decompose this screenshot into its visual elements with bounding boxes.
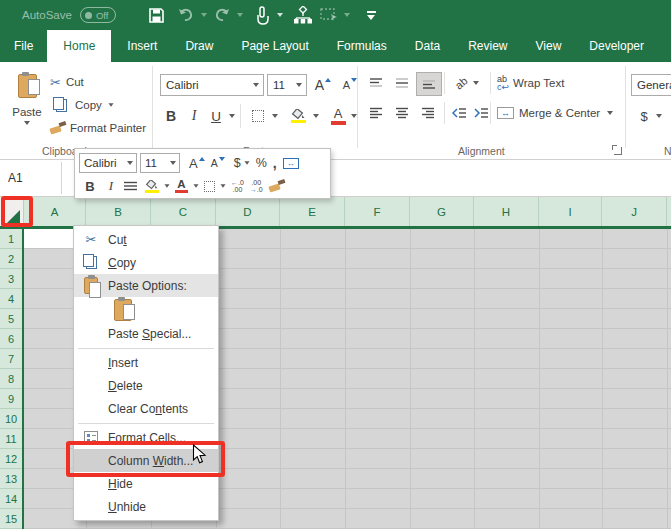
tab-file[interactable]: File	[0, 30, 47, 62]
row-header-8[interactable]: 8	[0, 369, 22, 389]
column-header-b[interactable]: B	[86, 197, 151, 226]
mini-fill-color-button[interactable]	[142, 176, 162, 196]
row-header-9[interactable]: 9	[0, 389, 22, 409]
align-right-button[interactable]	[416, 102, 440, 124]
top-align-button[interactable]	[364, 72, 388, 94]
mini-italic-button[interactable]: I	[101, 176, 121, 196]
mini-format-painter-button[interactable]	[266, 176, 288, 196]
align-left-button[interactable]	[364, 102, 388, 124]
menu-item-insert[interactable]: Insert	[74, 351, 218, 374]
row-header-12[interactable]: 12	[0, 449, 22, 469]
redo-dropdown-icon[interactable]	[237, 13, 243, 17]
underline-dropdown-icon[interactable]	[229, 114, 235, 118]
tab-view[interactable]: View	[522, 30, 576, 62]
touch-mode-dropdown-icon[interactable]	[277, 13, 283, 17]
orientation-button[interactable]: ab	[450, 72, 484, 94]
row-header-15[interactable]: 15	[0, 509, 22, 529]
mini-font-name-combo[interactable]: Calibri	[79, 153, 137, 173]
accounting-dropdown-icon[interactable]	[656, 114, 662, 118]
column-header-d[interactable]: D	[216, 197, 280, 226]
hierarchy-chart-icon[interactable]	[293, 4, 313, 26]
middle-align-button[interactable]	[390, 72, 414, 94]
decrease-indent-button[interactable]	[449, 102, 469, 124]
wrap-text-button[interactable]: abc↩ Wrap Text	[497, 72, 564, 94]
font-color-dropdown-icon[interactable]	[351, 114, 357, 118]
column-header-h[interactable]: H	[474, 197, 539, 226]
merge-center-button[interactable]: ↔ Merge & Center	[497, 102, 613, 124]
increase-indent-button[interactable]	[471, 102, 491, 124]
alignment-dialog-launcher-icon[interactable]	[614, 147, 622, 155]
menu-item-delete[interactable]: Delete	[74, 374, 218, 397]
mini-increase-decimal-button[interactable]: ←.0.00	[228, 176, 247, 196]
number-format-combo[interactable]: General	[631, 74, 671, 96]
paste-button[interactable]: Paste	[6, 68, 48, 142]
tab-developer[interactable]: Developer	[575, 30, 658, 62]
tab-formulas[interactable]: Formulas	[323, 30, 401, 62]
merge-center-dropdown-icon[interactable]	[607, 111, 613, 115]
menu-item-cut[interactable]: ✂ Cut	[74, 228, 218, 251]
mini-increase-font-button[interactable]: A	[186, 153, 208, 173]
select-objects-icon[interactable]	[319, 4, 339, 26]
tab-home[interactable]: Home	[47, 30, 111, 62]
row-header-1[interactable]: 1	[0, 229, 22, 249]
menu-item-unhide[interactable]: Unhide	[74, 495, 218, 518]
column-header-j[interactable]: J	[602, 197, 667, 226]
format-painter-button[interactable]: Format Painter	[50, 118, 146, 138]
cut-button[interactable]: ✂ Cut	[50, 72, 84, 92]
undo-dropdown-icon[interactable]	[201, 13, 207, 17]
column-header-g[interactable]: G	[410, 197, 474, 226]
redo-icon[interactable]	[212, 4, 232, 26]
mini-decrease-font-button[interactable]: A	[208, 153, 228, 173]
fill-color-button[interactable]	[286, 104, 310, 128]
menu-item-paste-special[interactable]: Paste Special...	[74, 322, 218, 345]
column-header-c[interactable]: C	[151, 197, 216, 226]
menu-item-paste-options[interactable]: Paste Options:	[74, 274, 218, 297]
mini-font-size-combo[interactable]: 11	[140, 153, 180, 173]
align-center-button[interactable]	[390, 102, 414, 124]
row-header-7[interactable]: 7	[0, 349, 22, 369]
menu-item-copy[interactable]: Copy	[74, 251, 218, 274]
save-icon[interactable]	[146, 4, 166, 26]
italic-button[interactable]: I	[185, 104, 203, 128]
mini-font-color-button[interactable]: A	[172, 176, 191, 196]
bold-button[interactable]: B	[160, 104, 182, 128]
row-header-10[interactable]: 10	[0, 409, 22, 429]
mini-fill-dropdown-icon[interactable]	[164, 184, 169, 187]
tab-insert[interactable]: Insert	[113, 30, 171, 62]
mini-accounting-button[interactable]: $	[231, 153, 253, 173]
name-box[interactable]: A1	[0, 162, 62, 194]
row-header-11[interactable]: 11	[0, 429, 22, 449]
mini-font-color-dropdown-icon[interactable]	[193, 184, 198, 187]
row-header-3[interactable]: 3	[0, 269, 22, 289]
increase-font-size-button[interactable]: A	[311, 74, 335, 96]
tab-page-layout[interactable]: Page Layout	[227, 30, 322, 62]
font-color-button[interactable]: A	[327, 104, 349, 128]
mini-bold-button[interactable]: B	[79, 176, 101, 196]
row-header-6[interactable]: 6	[0, 329, 22, 349]
row-header-4[interactable]: 4	[0, 289, 22, 309]
tab-help[interactable]: Help	[658, 30, 671, 62]
row-header-13[interactable]: 13	[0, 469, 22, 489]
undo-icon[interactable]	[176, 4, 196, 26]
row-header-2[interactable]: 2	[0, 249, 22, 269]
column-header-a[interactable]: A	[24, 197, 86, 226]
borders-button[interactable]	[247, 104, 269, 128]
bottom-align-button[interactable]	[416, 72, 442, 96]
autosave-toggle[interactable]: Off	[80, 7, 117, 23]
underline-button[interactable]: U	[206, 104, 226, 128]
paste-dropdown-icon[interactable]	[24, 121, 30, 125]
mini-decrease-decimal-button[interactable]: .00→.0	[247, 176, 266, 196]
copy-dropdown-icon[interactable]	[108, 103, 113, 106]
row-header-14[interactable]: 14	[0, 489, 22, 509]
column-header-f[interactable]: F	[345, 197, 410, 226]
column-header-partial[interactable]	[667, 197, 671, 226]
mini-borders-dropdown-icon[interactable]	[220, 184, 225, 187]
fill-color-dropdown-icon[interactable]	[313, 114, 319, 118]
mini-merge-center-button[interactable]: ↔	[280, 153, 302, 173]
customize-quick-access-toolbar-icon[interactable]	[361, 4, 381, 26]
select-objects-dropdown-icon[interactable]	[344, 13, 350, 17]
column-header-e[interactable]: E	[280, 197, 345, 226]
borders-dropdown-icon[interactable]	[272, 114, 278, 118]
touch-mouse-mode-icon[interactable]	[252, 4, 272, 26]
decrease-font-size-button[interactable]: A	[338, 74, 362, 96]
